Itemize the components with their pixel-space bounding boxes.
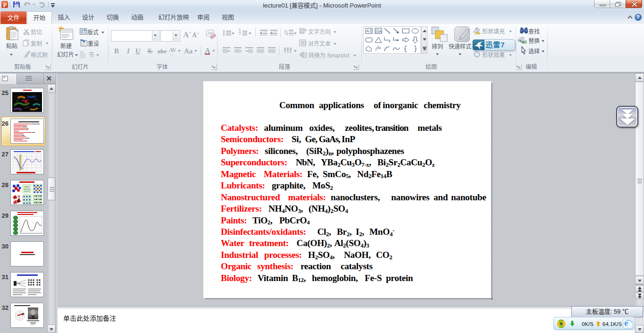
svg-text:A: A (367, 29, 369, 33)
svg-text:Aa: Aa (208, 31, 213, 35)
svg-text:A: A (379, 29, 382, 34)
svg-text:NaCl: NaCl (25, 186, 29, 188)
svg-text:structure: structure (24, 190, 30, 192)
svg-text:A: A (304, 28, 307, 32)
